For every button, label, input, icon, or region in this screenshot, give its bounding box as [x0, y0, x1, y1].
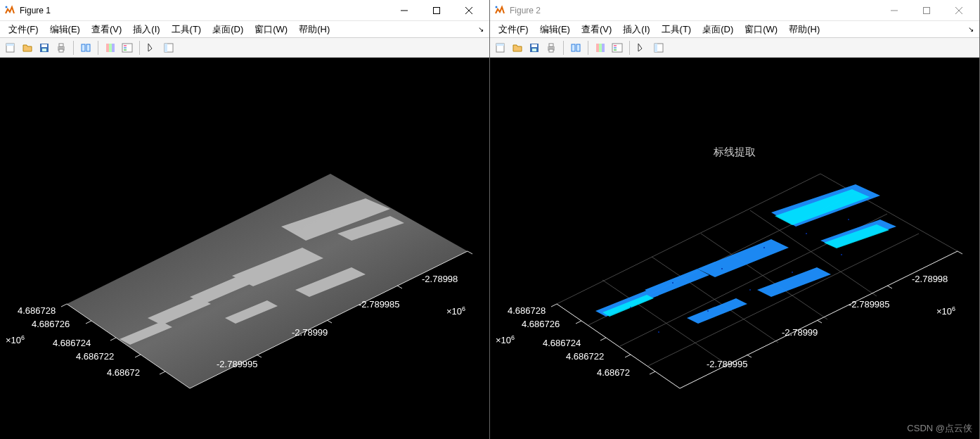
menu-view[interactable]: 查看(V): [576, 22, 617, 37]
open-button[interactable]: [20, 40, 35, 56]
svg-rect-60: [576, 44, 580, 51]
menu-overflow-icon[interactable]: ↘: [475, 25, 486, 33]
svg-rect-7: [6, 44, 14, 46]
link-axes-button[interactable]: [568, 40, 584, 56]
close-button[interactable]: [943, 0, 975, 21]
close-button[interactable]: [453, 0, 485, 21]
svg-line-43: [327, 320, 332, 323]
svg-rect-59: [572, 44, 575, 51]
menu-overflow-icon[interactable]: ↘: [965, 25, 976, 33]
menu-file[interactable]: 文件(F): [3, 22, 44, 37]
x-tick-label: -2.78999: [292, 327, 328, 338]
menu-tools[interactable]: 工具(T): [166, 22, 207, 37]
menu-insert[interactable]: 插入(I): [127, 22, 165, 37]
y-tick-label: 4.686722: [566, 351, 604, 362]
open-property-inspector-button[interactable]: [651, 40, 666, 56]
svg-line-37: [86, 321, 91, 324]
edit-plot-button[interactable]: [634, 40, 650, 56]
minimize-button[interactable]: [388, 0, 420, 21]
insert-colorbar-button[interactable]: [103, 40, 118, 56]
maximize-button[interactable]: [420, 0, 453, 21]
toolbar-separator: [73, 41, 74, 55]
svg-rect-24: [165, 44, 167, 52]
maximize-button[interactable]: [910, 0, 943, 21]
new-figure-button[interactable]: [3, 40, 18, 56]
menu-insert[interactable]: 插入(I): [617, 22, 655, 37]
window-title: Figure 2: [510, 6, 878, 15]
svg-point-97: [792, 272, 793, 273]
svg-point-1: [6, 6, 8, 8]
scatter-plot: [490, 58, 980, 438]
svg-rect-54: [531, 44, 537, 47]
svg-line-44: [257, 355, 262, 357]
menu-window[interactable]: 窗口(W): [249, 22, 293, 37]
svg-rect-63: [602, 44, 605, 52]
svg-point-98: [841, 254, 842, 255]
svg-rect-13: [59, 49, 63, 52]
svg-point-88: [630, 307, 631, 308]
menu-help[interactable]: 帮助(H): [783, 22, 825, 37]
matlab-figure-icon: [494, 5, 505, 16]
menu-file[interactable]: 文件(F): [493, 22, 534, 37]
svg-rect-62: [599, 44, 602, 52]
menu-help[interactable]: 帮助(H): [293, 22, 335, 37]
svg-line-101: [551, 304, 557, 307]
link-axes-button[interactable]: [78, 40, 94, 56]
menu-view[interactable]: 查看(V): [86, 22, 127, 37]
open-button[interactable]: [510, 40, 525, 56]
figure-window-1: Figure 1 文件(F) 编辑(E) 查看(V) 插入(I) 工具(T) 桌…: [0, 0, 490, 439]
new-figure-button[interactable]: [493, 40, 508, 56]
menu-edit[interactable]: 编辑(E): [534, 22, 576, 37]
print-button[interactable]: [543, 40, 559, 56]
minimize-button[interactable]: [878, 0, 910, 21]
x-tick-label: -2.78998: [422, 274, 458, 284]
titlebar[interactable]: Figure 1: [0, 0, 489, 21]
save-button[interactable]: [527, 40, 542, 56]
menu-edit[interactable]: 编辑(E): [44, 22, 86, 37]
svg-line-36: [61, 304, 67, 307]
svg-line-109: [747, 355, 752, 357]
svg-rect-12: [59, 44, 63, 46]
y-axis-exponent: ×106: [496, 334, 515, 345]
edit-plot-button[interactable]: [144, 40, 160, 56]
toolbar-separator: [588, 41, 588, 55]
svg-rect-69: [655, 44, 657, 52]
svg-line-106: [958, 251, 962, 254]
x-axis-exponent: ×106: [936, 305, 955, 317]
insert-legend-button[interactable]: [120, 40, 135, 56]
axes-canvas[interactable]: 4.686728 4.686726 4.686724 4.686722 4.68…: [0, 58, 489, 439]
svg-line-71: [602, 280, 729, 366]
insert-legend-button[interactable]: [610, 40, 625, 56]
menu-window[interactable]: 窗口(W): [739, 22, 783, 37]
matlab-figure-icon: [4, 5, 15, 16]
svg-line-41: [468, 251, 472, 254]
axes-canvas[interactable]: 标线提取: [490, 58, 979, 439]
open-property-inspector-button[interactable]: [161, 40, 176, 56]
menu-tools[interactable]: 工具(T): [656, 22, 697, 37]
svg-rect-15: [86, 44, 90, 51]
x-tick-label: -2.789985: [849, 299, 890, 310]
menu-desktop[interactable]: 桌面(D): [207, 22, 249, 37]
svg-marker-82: [687, 298, 747, 324]
svg-rect-3: [434, 7, 440, 13]
menu-desktop[interactable]: 桌面(D): [697, 22, 739, 37]
toolbar-separator: [563, 41, 564, 55]
print-button[interactable]: [53, 40, 69, 56]
svg-point-46: [496, 6, 498, 8]
window-title: Figure 1: [20, 6, 388, 15]
titlebar[interactable]: Figure 2: [490, 0, 979, 21]
svg-rect-58: [549, 49, 553, 52]
svg-point-96: [749, 289, 751, 291]
svg-line-38: [110, 338, 116, 341]
svg-rect-14: [82, 44, 85, 51]
insert-colorbar-button[interactable]: [593, 40, 608, 56]
toolbar-separator: [629, 41, 630, 55]
svg-point-91: [763, 247, 765, 248]
x-tick-label: -2.78998: [912, 274, 948, 284]
toolbar: [0, 38, 489, 58]
svg-line-107: [887, 286, 892, 288]
save-button[interactable]: [37, 40, 52, 56]
svg-point-93: [848, 219, 849, 220]
svg-rect-17: [109, 44, 112, 52]
x-tick-label: -2.789995: [217, 359, 258, 369]
